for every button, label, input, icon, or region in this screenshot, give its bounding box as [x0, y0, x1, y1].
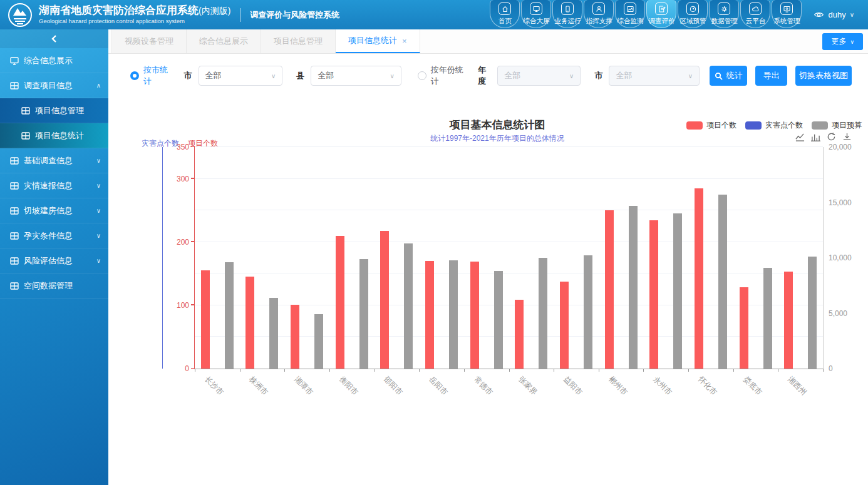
bar-项目个数 — [740, 287, 748, 369]
x-axis-category-label: 常德市 — [472, 374, 495, 397]
more-button[interactable]: 更多 ∨ — [822, 33, 863, 50]
nav-label: 数据管理 — [711, 17, 737, 26]
sidebar-item-hazard-condition-info[interactable]: 孕灾条件信息 ∨ — [0, 223, 108, 248]
user-menu[interactable]: duhy ∨ — [814, 9, 854, 20]
x-axis-category-label: 长沙市 — [202, 374, 225, 397]
city-select[interactable]: 全部 ∨ — [199, 66, 283, 86]
bar-项目预算 — [763, 268, 772, 369]
chart-area: 项目基本信息统计图 统计1997年-2021年历年项目的总体情况 项目个数 灾害… — [132, 118, 863, 412]
tab-close-icon[interactable]: × — [402, 36, 407, 46]
y-axis-tick-label: 200 — [177, 238, 189, 247]
secondary-y-axis-tick-label: 20,000 — [829, 143, 852, 151]
home-icon — [499, 3, 511, 15]
chart-title: 项目基本信息统计图 — [450, 118, 545, 132]
year-select-value: 全部 — [504, 70, 569, 81]
bar-chart-icon[interactable] — [811, 132, 820, 141]
sidebar-item-slope-housing-info[interactable]: 切坡建房信息 ∨ — [0, 198, 108, 223]
secondary-y-axis-tick-label: 5,000 — [829, 309, 847, 318]
bar-项目个数 — [245, 277, 254, 369]
sidebar-collapse-button[interactable] — [0, 29, 108, 48]
chevron-down-icon: ∨ — [96, 257, 101, 264]
nav-label: 首页 — [499, 17, 512, 26]
nav-item-command-support[interactable]: 指挥支撑 — [584, 0, 614, 28]
legend-item-project-budget[interactable]: 项目预算 — [812, 120, 862, 131]
nav-item-business-operation[interactable]: 业务运行 — [552, 0, 582, 28]
nav-label: 调查评价 — [648, 17, 674, 26]
bar-项目预算 — [449, 260, 458, 369]
nav-item-data-management[interactable]: 数据管理 — [709, 0, 739, 28]
nav-item-home[interactable]: 首页 — [490, 0, 520, 28]
legend-item-hazard-point-count[interactable]: 灾害点个数 — [745, 120, 803, 131]
main-content: 视频设备管理 综合信息展示 项目信息管理 项目信息统计 × 更多 ∨ 按市统计 … — [108, 29, 868, 485]
y-axis-tick-mark — [191, 146, 195, 148]
sidebar-item-spatial-data-management[interactable]: 空间数据管理 — [0, 273, 108, 299]
bar-group — [201, 147, 234, 369]
sidebar-item-disaster-report-info[interactable]: 灾情速报信息 ∨ — [0, 173, 108, 198]
nav-item-cloud-platform[interactable]: 云平台 — [740, 0, 770, 28]
nav-item-system-management[interactable]: 系统管理 — [772, 0, 802, 28]
line-chart-icon[interactable] — [795, 132, 805, 141]
tab-comprehensive-info-display[interactable]: 综合信息展示 — [187, 29, 261, 53]
nav-item-regional-warning[interactable]: 区域预警 — [678, 0, 708, 28]
sidebar-item-project-info-statistics[interactable]: 项目信息统计 — [0, 123, 108, 148]
x-axis-tick-mark — [778, 369, 778, 372]
legend-label: 项目个数 — [706, 120, 736, 131]
nav-item-big-screen[interactable]: 综合大屏 — [521, 0, 551, 28]
x-axis-tick-mark — [733, 369, 734, 372]
tab-project-info-management[interactable]: 项目信息管理 — [261, 29, 336, 53]
legend-item-project-count[interactable]: 项目个数 — [686, 120, 736, 131]
x-axis-tick-mark — [329, 369, 330, 372]
app-title: 湖南省地质灾害防治综合应用系统(内测版) — [39, 5, 230, 17]
app-logo-icon — [8, 3, 33, 28]
bar-项目个数 — [605, 210, 614, 369]
sidebar-item-label: 灾情速报信息 — [24, 180, 96, 191]
x-axis-category-label: 株洲市 — [247, 374, 270, 397]
x-axis-category-label: 衡阳市 — [337, 374, 360, 397]
gridline — [195, 178, 823, 179]
sidebar-item-label: 项目信息管理 — [35, 105, 101, 116]
radio-by-city-label[interactable]: 按市统计 — [143, 64, 170, 87]
tab-project-info-statistics[interactable]: 项目信息统计 × — [336, 29, 420, 53]
bar-group — [425, 147, 458, 369]
sidebar-item-basic-survey-info[interactable]: 基础调查信息 ∨ — [0, 148, 108, 173]
x-axis-tick-mark — [464, 369, 465, 372]
chart-plot[interactable]: 010020030035005,00010,00015,00020,000长沙市… — [194, 147, 824, 369]
bar-group — [560, 147, 592, 369]
download-icon[interactable] — [842, 132, 852, 141]
search-icon — [715, 72, 723, 80]
city2-select[interactable]: 全部 ∨ — [609, 66, 700, 86]
refresh-icon[interactable] — [827, 132, 836, 141]
bar-group — [380, 147, 413, 369]
bar-项目个数 — [470, 262, 479, 369]
county-select-value: 全部 — [318, 70, 390, 81]
table-view-toggle-button[interactable]: 切换表格视图 — [795, 66, 852, 86]
x-axis-tick-mark — [554, 369, 554, 372]
sidebar-item-survey-project-info[interactable]: 调查项目信息 ∧ — [0, 73, 108, 98]
export-button[interactable]: 导出 — [755, 66, 787, 86]
sidebar-item-risk-assessment-info[interactable]: 风险评估信息 ∨ — [0, 248, 108, 273]
survey-evaluation-icon — [655, 3, 668, 15]
chevron-down-icon: ∨ — [96, 157, 101, 164]
big-screen-icon — [530, 3, 542, 15]
city-select-value: 全部 — [205, 70, 271, 81]
radio-by-year[interactable] — [418, 71, 426, 80]
secondary-y-axis-line — [162, 147, 163, 369]
county-select[interactable]: 全部 ∨ — [311, 66, 401, 86]
gridline — [195, 273, 823, 273]
top-nav: 首页 综合大屏 业务运行 指挥支撑 综合监测 调查评价 — [489, 0, 802, 29]
sidebar-item-project-info-management[interactable]: 项目信息管理 — [0, 98, 108, 123]
nav-item-survey-evaluation[interactable]: 调查评价 — [646, 0, 676, 28]
statistics-button[interactable]: 统计 — [710, 66, 747, 86]
sidebar-item-comprehensive-info-display[interactable]: 综合信息展示 — [0, 48, 108, 73]
sidebar-item-label: 空间数据管理 — [24, 280, 101, 292]
nav-item-monitoring[interactable]: 综合监测 — [615, 0, 645, 28]
x-axis-category-label: 怀化市 — [696, 374, 719, 397]
city2-label: 市 — [594, 70, 602, 81]
year-select[interactable]: 全部 ∨ — [497, 66, 581, 86]
tab-video-device-management[interactable]: 视频设备管理 — [111, 29, 187, 53]
bar-项目个数 — [695, 188, 703, 369]
radio-by-year-label[interactable]: 按年份统计 — [431, 64, 464, 87]
bar-group — [291, 147, 323, 369]
grid-icon — [10, 257, 19, 265]
radio-by-city[interactable] — [130, 71, 139, 80]
